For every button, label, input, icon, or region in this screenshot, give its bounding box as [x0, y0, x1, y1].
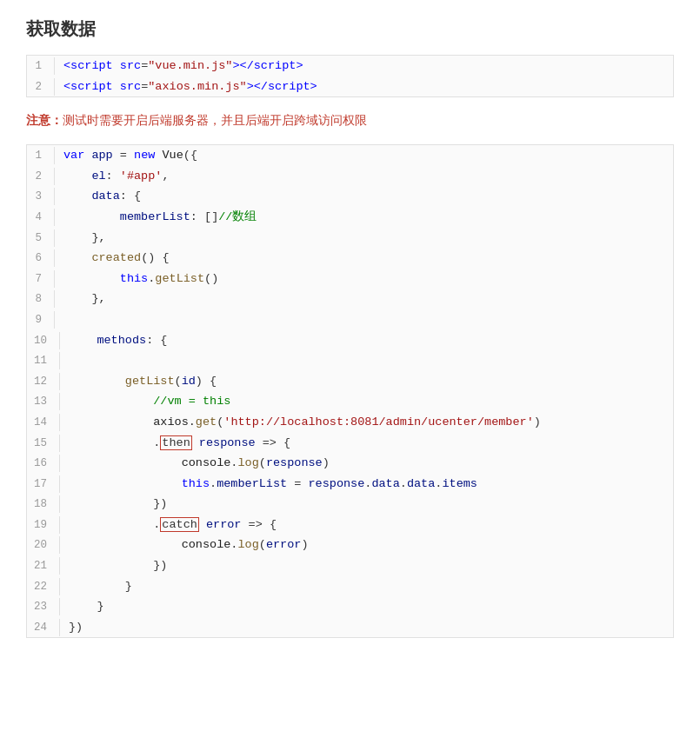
line-number: 7 — [27, 270, 55, 288]
line-number: 17 — [27, 475, 60, 493]
code-content: }) — [69, 556, 167, 575]
note-body: 测试时需要开启后端服务器，并且后端开启跨域访问权限 — [63, 113, 367, 127]
code-line: 17 this.memberList = response.data.data.… — [27, 474, 673, 495]
catch-highlight: catch — [160, 517, 199, 532]
code-content: console.log(response) — [69, 454, 330, 473]
code-line: 19 .catch error => { — [27, 515, 673, 535]
line-number: 15 — [27, 435, 60, 452]
code-block-1: 1 <script src="vue.min.js"></script> 2 <… — [26, 55, 674, 97]
code-content: .catch error => { — [69, 515, 277, 535]
then-highlight: then — [160, 435, 191, 450]
code-content: <script src="axios.min.js"></script> — [63, 77, 317, 96]
code-block-2: 1 var app = new Vue({ 2 el: '#app', 3 da… — [26, 144, 674, 638]
note-label: 注意： — [26, 113, 63, 127]
code-line: 1 var app = new Vue({ — [27, 145, 673, 166]
code-line: 7 this.getList() — [27, 269, 673, 289]
code-line: 3 data: { — [27, 186, 673, 207]
line-number: 2 — [27, 78, 55, 96]
code-content: data: { — [63, 187, 141, 206]
line-number: 4 — [27, 209, 55, 226]
code-line: 12 getList(id) { — [27, 371, 673, 392]
code-content: el: '#app', — [63, 167, 170, 186]
code-line: 1 <script src="vue.min.js"></script> — [27, 56, 673, 76]
code-content: <script src="vue.min.js"></script> — [63, 56, 303, 76]
line-number: 1 — [27, 147, 55, 164]
code-line: 20 console.log(error) — [27, 535, 673, 555]
line-number: 13 — [27, 393, 60, 410]
code-line: 22 } — [27, 576, 673, 597]
code-content: memberList: []//数组 — [63, 208, 257, 227]
code-content: } — [69, 597, 104, 616]
code-line: 18 }) — [27, 494, 673, 515]
line-number: 8 — [27, 290, 55, 308]
code-content — [63, 310, 70, 329]
code-line: 11 — [27, 350, 673, 371]
line-number: 9 — [27, 311, 55, 329]
code-content: }, — [63, 229, 106, 248]
page-title: 获取数据 — [26, 17, 674, 41]
code-content: axios.get('http://localhost:8081/admin/u… — [69, 413, 541, 432]
code-line: 4 memberList: []//数组 — [27, 207, 673, 228]
code-content: }) — [69, 618, 83, 637]
code-content: //vm = this — [69, 392, 230, 411]
line-number: 24 — [27, 619, 60, 636]
line-number: 18 — [27, 495, 60, 513]
line-number: 16 — [27, 455, 60, 472]
code-line: 23 } — [27, 596, 673, 617]
code-line: 14 axios.get('http://localhost:8081/admi… — [27, 412, 673, 433]
code-content: var app = new Vue({ — [63, 146, 197, 165]
line-number: 3 — [27, 188, 55, 205]
line-number: 23 — [27, 598, 60, 615]
line-number: 22 — [27, 578, 60, 595]
code-content: this.memberList = response.data.data.ite… — [69, 475, 477, 494]
code-content: created() { — [63, 249, 170, 268]
code-content: methods: { — [69, 331, 167, 350]
line-number: 14 — [27, 414, 60, 431]
line-number: 21 — [27, 557, 60, 575]
line-number: 20 — [27, 536, 60, 554]
line-number: 1 — [27, 57, 55, 75]
line-number: 2 — [27, 168, 55, 185]
code-content: console.log(error) — [69, 535, 309, 555]
code-line: 5 }, — [27, 228, 673, 249]
code-line: 2 el: '#app', — [27, 166, 673, 187]
code-line: 9 — [27, 309, 673, 330]
line-number: 10 — [27, 332, 60, 349]
line-number: 6 — [27, 249, 55, 267]
code-line: 24 }) — [27, 617, 673, 638]
code-line: 13 //vm = this — [27, 391, 673, 412]
line-number: 5 — [27, 229, 55, 247]
line-number: 12 — [27, 373, 60, 390]
code-content: }) — [69, 495, 167, 514]
note-text: 注意：测试时需要开启后端服务器，并且后端开启跨域访问权限 — [26, 113, 674, 129]
code-line: 15 .then response => { — [27, 433, 673, 454]
code-content — [69, 351, 76, 370]
code-content: .then response => { — [69, 434, 290, 453]
code-line: 8 }, — [27, 289, 673, 309]
code-line: 16 console.log(response) — [27, 453, 673, 474]
line-number: 11 — [27, 352, 60, 369]
code-line: 6 created() { — [27, 248, 673, 269]
code-content: this.getList() — [63, 269, 218, 289]
code-line: 2 <script src="axios.min.js"></script> — [27, 76, 673, 97]
code-content: } — [69, 577, 132, 596]
line-number: 19 — [27, 516, 60, 534]
code-line: 10 methods: { — [27, 330, 673, 351]
code-content: }, — [63, 289, 106, 309]
code-content: getList(id) { — [69, 372, 217, 391]
code-line: 21 }) — [27, 555, 673, 576]
